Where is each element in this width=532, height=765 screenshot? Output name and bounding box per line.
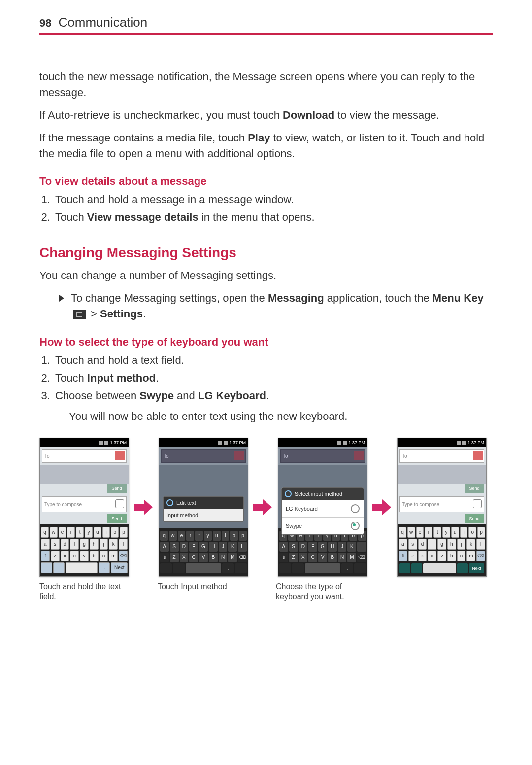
status-bar: 1:37 PM xyxy=(40,438,129,447)
key-z: z xyxy=(51,551,60,561)
key-v: v xyxy=(80,551,89,561)
dialog-icon xyxy=(285,490,292,497)
key-A: A xyxy=(279,542,288,552)
caption: Touch and hold the text field. xyxy=(39,582,128,602)
subheading: To view details about a message xyxy=(39,175,493,188)
attach-icon xyxy=(473,499,482,508)
key-u: u xyxy=(94,527,101,538)
key-b: b xyxy=(90,551,99,561)
battery-icon xyxy=(224,441,228,445)
key-Z: Z xyxy=(289,553,298,562)
space-key xyxy=(66,562,98,573)
key-i: i xyxy=(460,527,468,538)
key-V: V xyxy=(318,553,327,562)
option-swype: Swype xyxy=(282,517,364,534)
key-C: C xyxy=(189,553,198,562)
key-L: L xyxy=(357,542,366,552)
key-B: B xyxy=(209,553,218,562)
send-button: Send xyxy=(107,514,127,523)
key-S: S xyxy=(289,542,298,552)
key-j: j xyxy=(100,539,108,550)
key-Z: Z xyxy=(170,553,179,562)
contact-icon xyxy=(354,451,364,460)
key-m: m xyxy=(109,551,118,561)
key-K: K xyxy=(347,542,356,552)
signal-icon xyxy=(337,441,341,445)
key-q: q xyxy=(399,527,406,538)
subheading: How to select the type of keyboard you w… xyxy=(39,336,493,348)
key-e: e xyxy=(59,527,66,538)
signal-icon xyxy=(99,441,103,445)
key-e: e xyxy=(416,527,424,538)
key-F: F xyxy=(308,542,317,552)
caption: Choose the type of keyboard you want. xyxy=(276,582,365,602)
contact-icon xyxy=(115,451,125,460)
key-H: H xyxy=(209,542,218,552)
key-a: a xyxy=(399,539,407,550)
space-key xyxy=(305,563,340,573)
to-field: To xyxy=(161,449,246,463)
key-J: J xyxy=(338,542,347,552)
key-a: a xyxy=(41,539,50,550)
key-t: t xyxy=(76,527,84,538)
key-N: N xyxy=(219,553,228,562)
key-o: o xyxy=(111,527,119,538)
page-header: 98 Communication xyxy=(39,15,493,35)
key-j: j xyxy=(457,539,466,550)
status-bar: 1:37 PM xyxy=(278,438,367,447)
key-r: r xyxy=(67,527,75,538)
arrow-icon xyxy=(134,498,154,516)
status-bar: 1:37 PM xyxy=(159,438,248,447)
arrow-icon xyxy=(253,498,273,516)
body-para: touch the new message notification, the … xyxy=(39,69,493,101)
key-N: N xyxy=(338,553,347,562)
to-field: To xyxy=(42,449,127,463)
key-c: c xyxy=(70,551,79,561)
key-n: n xyxy=(100,551,108,561)
key-p: p xyxy=(477,527,485,538)
key-G: G xyxy=(199,542,208,552)
message-area xyxy=(40,465,129,484)
to-field: To xyxy=(399,449,484,463)
radio-icon xyxy=(351,504,360,513)
body-para: You can change a number of Messaging set… xyxy=(39,268,493,283)
key-G: G xyxy=(318,542,327,552)
key-D: D xyxy=(180,542,189,552)
key-d: d xyxy=(418,539,427,550)
to-field: To xyxy=(280,449,365,463)
key-s: s xyxy=(408,539,417,550)
key-e: e xyxy=(178,531,186,541)
key-d: d xyxy=(61,539,69,550)
list-item: Touch Input method. xyxy=(53,370,493,386)
screenshot-2: 1:37 PM To qwertyuiop ASDFGHJKL ⇧ZXCVBNM… xyxy=(159,438,248,577)
key-p: p xyxy=(120,527,128,538)
keyboard-dark: qwertyuiop ASDFGHJKL ⇧ZXCVBNM⌫ . xyxy=(159,528,248,576)
screenshot-row: 1:37 PM To Send Type to compose Send qwe… xyxy=(39,438,493,577)
caption: Touch Input method xyxy=(158,582,246,592)
key-x: x xyxy=(418,551,427,561)
battery-icon xyxy=(104,441,108,445)
key-S: S xyxy=(170,542,179,552)
space-key xyxy=(186,563,221,573)
backspace-key: ⌫ xyxy=(476,551,485,561)
key-u: u xyxy=(213,531,221,541)
shift-key: ⇧ xyxy=(399,551,407,561)
captions-row: Touch and hold the text field. Touch Inp… xyxy=(39,582,493,602)
body-para: If Auto-retrieve is uncheckmarked, you m… xyxy=(39,107,493,123)
key-s: s xyxy=(51,539,60,550)
heading: Changing Messaging Settings xyxy=(39,245,493,261)
select-input-dialog: Select input method LG Keyboard Swype xyxy=(281,487,364,535)
key-X: X xyxy=(180,553,189,562)
status-bar: 1:37 PM xyxy=(398,438,486,447)
contact-icon xyxy=(473,451,483,460)
list-item: Choose between Swype and LG Keyboard. Yo… xyxy=(53,388,493,424)
space-key xyxy=(423,563,456,573)
key-o: o xyxy=(468,527,476,538)
key-w: w xyxy=(50,527,58,538)
shift-key: ⇧ xyxy=(279,553,288,562)
key-h: h xyxy=(447,539,456,550)
backspace-key: ⌫ xyxy=(119,551,128,561)
list-item: Touch and hold a message in a message wi… xyxy=(53,192,493,208)
key-y: y xyxy=(204,531,212,541)
key-l: l xyxy=(119,539,128,550)
